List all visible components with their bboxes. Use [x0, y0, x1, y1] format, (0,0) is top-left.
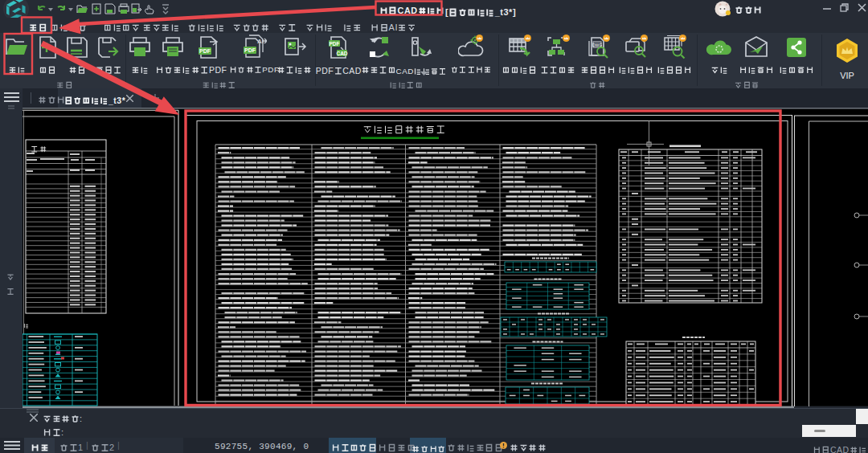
svg-text:PDF: PDF — [199, 48, 211, 54]
svg-text:PDF: PDF — [330, 41, 340, 47]
svg-text:PDF: PDF — [244, 47, 256, 53]
svg-text:CAD: CAD — [336, 51, 347, 56]
svg-text:DWG: DWG — [592, 43, 602, 47]
